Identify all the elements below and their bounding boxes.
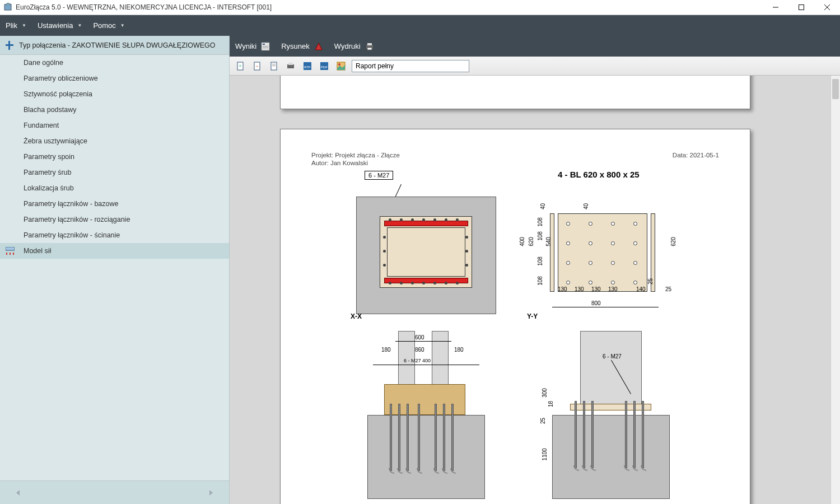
sidebar-item-spoin[interactable]: Parametry spoin — [0, 149, 229, 165]
bolt-icon — [383, 250, 386, 253]
save-image-button[interactable] — [335, 60, 347, 72]
nav-prev-button[interactable] — [11, 486, 25, 500]
sidebar-header[interactable]: Typ połączenia - ZAKOTWIENIE SŁUPA DWUGA… — [0, 36, 229, 55]
sidebar-item-dane-ogolne[interactable]: Dane ogólne — [0, 55, 229, 71]
sidebar-nav — [0, 480, 229, 504]
dim-text: 180 — [454, 347, 464, 353]
app-icon — [3, 3, 12, 12]
author-value: Jan Kowalski — [330, 160, 368, 166]
sidebar-item-parametry-obliczeniowe[interactable]: Parametry obliczeniowe — [0, 71, 229, 86]
section-label-yy: Y-Y — [527, 312, 538, 320]
tb-printouts[interactable]: Wydruki — [329, 36, 380, 57]
menu-help-label: Pomoc — [93, 21, 115, 30]
sidebar-item-lacznikow-scinanie[interactable]: Parametry łączników - ścinanie — [0, 227, 229, 243]
sidebar-item-label: Dane ogólne — [24, 59, 63, 67]
dim-text: 130 — [608, 286, 618, 292]
dim-text: 130 — [558, 286, 567, 292]
column-web — [387, 227, 465, 277]
remove-page-button[interactable]: − — [251, 60, 263, 72]
bolt-icon — [465, 236, 468, 239]
main-split: Typ połączenia - ZAKOTWIENIE SŁUPA DWUGA… — [0, 36, 840, 504]
sidebar-item-lokalizacja-srub[interactable]: Lokalizacja śrub — [0, 180, 229, 196]
menu-settings-label: Ustawienia — [38, 21, 73, 30]
nav-next-button[interactable] — [204, 486, 218, 500]
dim-text: 18 — [548, 401, 554, 407]
sidebar-item-fundament[interactable]: Fundament — [0, 118, 229, 133]
bolt-icon — [411, 218, 414, 221]
sidebar-item-lacznikow-bazowe[interactable]: Parametry łączników - bazowe — [0, 196, 229, 212]
svg-rect-21 — [272, 66, 276, 66]
report-name-input[interactable] — [352, 60, 469, 72]
new-page-button[interactable]: + — [234, 60, 246, 72]
pages-area[interactable]: Projekt: Projekt złącza - Złącze Autor: … — [230, 76, 830, 504]
save-pdf-button[interactable]: PDF — [318, 60, 330, 72]
close-button[interactable] — [814, 0, 840, 15]
dim-text: 540 — [545, 237, 552, 246]
tb-results[interactable]: Wyniki — [230, 36, 276, 57]
chevron-down-icon: ▼ — [77, 23, 82, 28]
sidebar-item-label: Parametry spoin — [24, 153, 74, 161]
svg-text:RTF: RTF — [304, 66, 311, 69]
sidebar-list: Dane ogólne Parametry obliczeniowe Sztyw… — [0, 55, 229, 480]
bolt-icon — [611, 261, 615, 265]
bolt-icon — [400, 282, 403, 284]
bolt-icon — [445, 282, 447, 284]
dim-text: 25 — [647, 278, 654, 284]
dim-text: 40 — [583, 203, 589, 209]
print-button[interactable] — [284, 60, 297, 72]
anchor-bolt — [591, 401, 594, 468]
svg-rect-2 — [799, 5, 804, 10]
bolt-icon — [389, 282, 391, 284]
dim-text: 6 - M27 — [603, 353, 622, 360]
page-meta: Projekt: Projekt złącza - Złącze Autor: … — [311, 152, 719, 166]
sidebar-item-label: Parametry łączników - rozciąganie — [24, 216, 130, 223]
maximize-button[interactable] — [788, 0, 814, 15]
sidebar-item-srub[interactable]: Parametry śrub — [0, 165, 229, 180]
sidebar-item-zebra[interactable]: Żebra usztywniające — [0, 133, 229, 149]
minimize-button[interactable] — [763, 0, 788, 15]
anchor-bolt — [451, 404, 454, 471]
bolt-icon — [611, 222, 615, 226]
author-label: Autor: — [311, 160, 329, 166]
sidebar-item-lacznikow-rozciaganie[interactable]: Parametry łączników - rozciąganie — [0, 212, 229, 227]
foundation — [367, 415, 485, 499]
bolt-icon — [411, 282, 414, 284]
report-page-prev — [280, 76, 750, 109]
results-toolbar: Wyniki Rysunek Wydruki — [230, 36, 840, 57]
section-yy: 6 - M27 300 18 25 1100 — [535, 331, 703, 499]
tb-label: Wydruki — [334, 42, 361, 50]
svg-point-29 — [338, 63, 340, 66]
menu-settings[interactable]: Ustawienia▼ — [32, 15, 88, 36]
svg-rect-10 — [263, 46, 268, 46]
bolt-icon — [566, 261, 570, 265]
bolt-icon — [456, 282, 459, 284]
sidebar-item-model-sil[interactable]: Model sił — [0, 243, 229, 259]
svg-rect-11 — [263, 48, 268, 48]
tb-drawing[interactable]: Rysunek — [276, 36, 329, 57]
sidebar-item-sztywnosc[interactable]: Sztywność połączenia — [0, 86, 229, 102]
bolt-icon — [389, 218, 391, 221]
menu-file[interactable]: Plik▼ — [0, 15, 32, 36]
bolt-icon — [445, 218, 447, 221]
svg-rect-6 — [6, 44, 13, 46]
plan-view-side — [530, 185, 698, 320]
sidebar-item-blacha[interactable]: Blacha podstawy — [0, 102, 229, 118]
bolt-icon — [433, 218, 436, 221]
foundation — [552, 415, 670, 499]
save-rtf-button[interactable]: RTF — [301, 60, 314, 72]
project-value: Projekt złącza - Złącze — [335, 152, 400, 158]
sidebar-header-label: Typ połączenia - ZAKOTWIENIE SŁUPA DWUGA… — [19, 41, 216, 49]
bolt-icon — [589, 281, 592, 284]
vertical-scrollbar[interactable] — [830, 76, 840, 504]
menubar: Plik▼ Ustawienia▼ Pomoc▼ — [0, 15, 840, 36]
scroll-thumb[interactable] — [832, 79, 839, 99]
forces-model-icon — [6, 247, 15, 255]
bolt-icon — [589, 241, 592, 245]
bolt-icon — [422, 218, 425, 221]
bolt-icon — [589, 222, 592, 226]
dim-text: 400 — [519, 237, 525, 246]
page-setup-button[interactable] — [268, 60, 280, 72]
base-plate — [570, 404, 651, 410]
menu-help[interactable]: Pomoc▼ — [87, 15, 130, 36]
dim-line — [552, 307, 659, 307]
